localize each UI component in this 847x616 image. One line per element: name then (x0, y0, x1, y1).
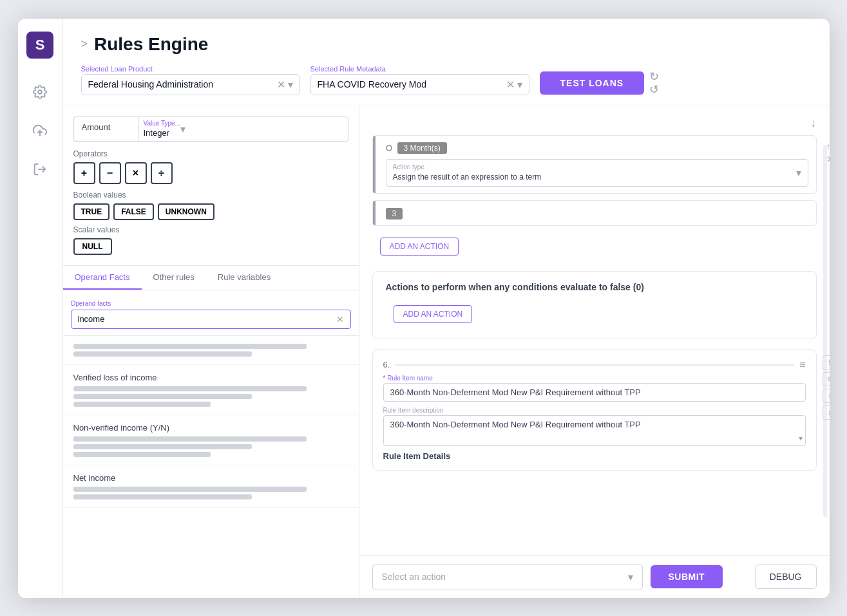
operator-multiply[interactable]: × (125, 162, 147, 184)
rule-item-desc-label: Rule Item description (383, 407, 806, 414)
result-title-net-income: Net income (73, 473, 348, 483)
list-item[interactable]: Net income (63, 465, 359, 508)
rule-item-drag-icon[interactable]: ≡ (799, 359, 805, 371)
loan-product-chevron-icon[interactable]: ▾ (288, 79, 293, 91)
header: > Rules Engine Selected Loan Product Fed… (63, 19, 830, 106)
rule-item-desc-value[interactable]: 360-Month Non-Deferment Mod New P&I Requ… (383, 415, 806, 446)
value-type-label: Value Type... (144, 120, 180, 127)
main-content: > Rules Engine Selected Loan Product Fed… (63, 19, 830, 598)
rule-metadata-clear-icon[interactable]: ✕ (506, 79, 515, 91)
add-action-button-false[interactable]: ADD AN ACTION (394, 305, 473, 323)
search-label: Operand facts (71, 300, 111, 307)
rule-item-details-label: Rule Item Details (383, 451, 806, 461)
scroll-down-icon[interactable]: ↓ (811, 117, 817, 130)
action-type-value-1: Assign the result of an expression to a … (393, 173, 542, 182)
rule-item-desc-group: Rule Item description 360-Month Non-Defe… (383, 407, 806, 446)
breadcrumb-arrow[interactable]: > (81, 37, 88, 51)
add-action-button-true[interactable]: ADD AN ACTION (380, 238, 459, 256)
scalar-label: Scalar values (73, 225, 348, 234)
action-tag-1: 3 Month(s) (397, 142, 447, 154)
action-select-chevron-icon[interactable]: ▾ (628, 571, 633, 583)
action-type-label-1: Action type (393, 163, 796, 171)
rule-item-number: 6. (383, 360, 390, 369)
svg-point-0 (38, 90, 42, 94)
tab-rule-variables[interactable]: Rule variables (206, 266, 282, 290)
action-select[interactable]: Select an action ▾ (372, 564, 643, 590)
rule-metadata-value: FHA COVID Recovery Mod (318, 79, 501, 89)
rule-metadata-label: Selected Rule Metadata (310, 65, 529, 73)
rule-item-name-label: * Rule Item name (383, 375, 806, 382)
results-list: Verified loss of income Non-verified inc… (63, 336, 359, 598)
rule-item-name-group: * Rule Item name 360-Month Non-Deferment… (383, 375, 806, 402)
tabs-row: Operand Facts Other rules Rule variables (63, 266, 359, 290)
loan-product-value: Federal Housing Administration (88, 79, 272, 89)
right-panel: ↓ 3 Month(s) Action type Assign the re (359, 106, 830, 598)
boolean-unknown[interactable]: UNKNOWN (158, 203, 214, 220)
scalar-null[interactable]: NULL (73, 238, 112, 255)
loan-product-select[interactable]: Selected Loan Product Federal Housing Ad… (81, 65, 300, 95)
test-loans-button[interactable]: TEST LOANS (540, 71, 645, 95)
false-section-title: Actions to perform when any conditions e… (386, 282, 803, 292)
sidebar-item-settings[interactable] (28, 80, 52, 104)
body-area: Amount Value Type... Integer ▾ Operators (63, 106, 830, 598)
scrollbar[interactable] (823, 145, 827, 517)
amount-label: Amount (73, 117, 138, 142)
operator-divide[interactable]: ÷ (151, 162, 173, 184)
left-panel: Amount Value Type... Integer ▾ Operators (63, 106, 359, 598)
search-area: Operand facts ✕ (63, 290, 359, 336)
refresh-icon-bottom[interactable]: ↺ (649, 84, 659, 95)
list-item[interactable]: Non-verified income (Y/N) (63, 415, 359, 465)
false-section: Actions to perform when any conditions e… (372, 271, 817, 339)
loan-product-label: Selected Loan Product (81, 65, 300, 73)
list-item[interactable]: Verified loss of income (63, 365, 359, 415)
tab-operand-facts[interactable]: Operand Facts (63, 266, 142, 290)
operator-minus[interactable]: − (99, 162, 121, 184)
sidebar-item-export[interactable] (28, 158, 52, 181)
page-title: Rules Engine (94, 34, 208, 55)
result-title-verified-loss: Verified loss of income (73, 373, 348, 382)
rules-area: ↓ 3 Month(s) Action type Assign the re (359, 106, 830, 555)
operator-plus[interactable]: + (73, 162, 95, 184)
sidebar-item-cloud[interactable] (28, 119, 52, 142)
bottom-bar: Select an action ▾ SUBMIT DEBUG (359, 555, 830, 598)
value-type-select[interactable]: Value Type... Integer ▾ (138, 117, 348, 142)
loan-product-clear-icon[interactable]: ✕ (277, 79, 285, 91)
rule-metadata-chevron-icon[interactable]: ▾ (517, 79, 522, 91)
result-title-non-verified: Non-verified income (Y/N) (73, 423, 348, 433)
boolean-false[interactable]: FALSE (113, 203, 154, 220)
sidebar: S (18, 19, 63, 598)
action-tag-2: 3 (386, 208, 403, 219)
search-clear-icon[interactable]: ✕ (336, 314, 344, 324)
rule-item-name-value[interactable]: 360-Month Non-Deferment Mod New P&I Requ… (383, 383, 806, 402)
operators-label: Operators (73, 149, 348, 158)
list-item[interactable] (63, 336, 359, 365)
rule-metadata-select[interactable]: Selected Rule Metadata FHA COVID Recover… (310, 65, 529, 95)
value-type-value: Integer (144, 128, 169, 138)
boolean-label: Boolean values (73, 191, 348, 200)
app-logo: S (26, 32, 53, 59)
action-select-placeholder: Select an action (382, 572, 628, 582)
action-type-chevron-icon[interactable]: ▾ (796, 167, 801, 179)
value-type-chevron-icon[interactable]: ▾ (180, 123, 186, 135)
debug-button[interactable]: DEBUG (755, 565, 817, 589)
boolean-true[interactable]: TRUE (73, 203, 110, 220)
submit-button[interactable]: SUBMIT (651, 565, 723, 588)
tab-other-rules[interactable]: Other rules (142, 266, 206, 290)
search-input[interactable] (78, 314, 336, 324)
refresh-icon-top[interactable]: ↻ (649, 71, 659, 82)
